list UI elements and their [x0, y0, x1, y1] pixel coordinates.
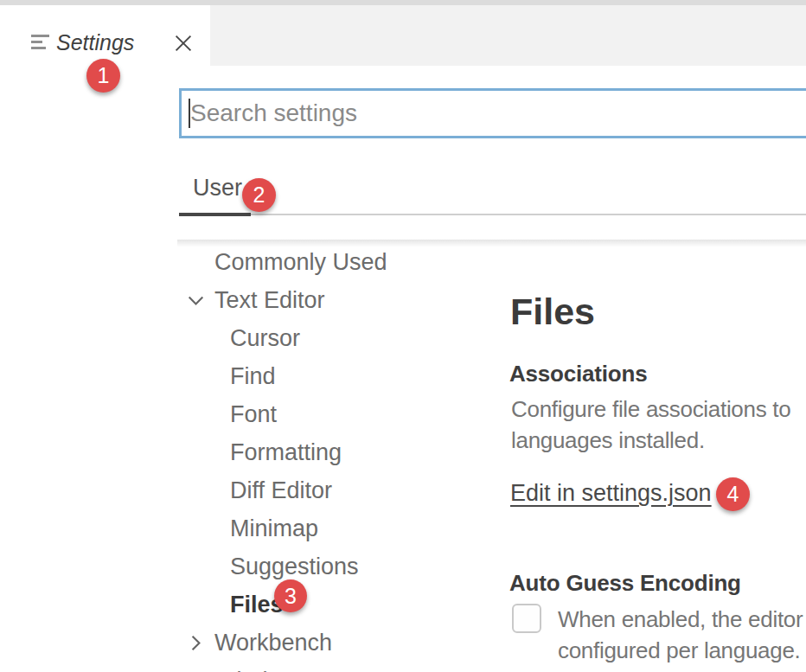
setting-description-line: When enabled, the editor [558, 606, 803, 633]
setting-heading-associations: Associations [509, 361, 647, 387]
toc-label: Diff Editor [230, 477, 332, 504]
annotation-badge-3: 3 [274, 579, 307, 612]
search-input[interactable] [182, 91, 806, 136]
tab-user[interactable]: User [193, 175, 242, 202]
toc-item-text-editor[interactable]: Text Editor [177, 281, 484, 319]
toc-label: Find [230, 363, 276, 390]
toc-label: Workbench [214, 630, 332, 656]
page-title: Files [510, 291, 595, 333]
tab-bar [210, 5, 806, 66]
setting-description-line: configured per language. [558, 637, 800, 664]
toc-item-files[interactable]: Files [177, 586, 484, 624]
settings-list-icon [31, 35, 49, 49]
close-icon[interactable] [170, 30, 196, 56]
annotation-badge-4: 4 [716, 477, 750, 511]
tab-strip-line [251, 214, 806, 215]
toc-label: Window [214, 668, 297, 672]
toc-label: Suggestions [230, 554, 359, 580]
toc-item-font[interactable]: Font [177, 395, 484, 433]
toc-label: Minimap [230, 515, 318, 542]
auto-guess-encoding-checkbox[interactable] [512, 604, 541, 633]
setting-description-line: languages installed. [511, 427, 705, 454]
tab-title: Settings [56, 30, 134, 55]
toc-item-workbench[interactable]: Workbench [177, 624, 484, 662]
active-tab-underline [179, 213, 251, 216]
toc-item-suggestions[interactable]: Suggestions [177, 547, 484, 586]
annotation-badge-2: 2 [242, 178, 276, 212]
toc-item-formatting[interactable]: Formatting [177, 433, 484, 471]
toc-label: Commonly Used [214, 249, 387, 276]
toc-item-minimap[interactable]: Minimap [177, 509, 484, 547]
toc-item-commonly-used[interactable]: Commonly Used [177, 243, 484, 281]
annotation-badge-1: 1 [86, 59, 120, 93]
toc-label: Font [230, 401, 277, 428]
chevron-right-icon[interactable] [177, 632, 214, 654]
text-cursor [189, 99, 190, 128]
toc-label: Text Editor [214, 287, 325, 314]
setting-description-line: Configure file associations to [511, 396, 790, 423]
toc-label: Formatting [230, 439, 342, 466]
settings-tab[interactable]: Settings [0, 5, 210, 66]
setting-heading-auto-guess-encoding: Auto Guess Encoding [509, 570, 741, 597]
chevron-down-icon[interactable] [177, 290, 214, 311]
toc-item-find[interactable]: Find [177, 357, 484, 395]
toc-item-cursor[interactable]: Cursor [177, 319, 484, 357]
search-box [179, 88, 806, 138]
toc-label: Cursor [230, 325, 300, 352]
toc-item-window[interactable]: Window [177, 662, 484, 672]
toc-item-diff-editor[interactable]: Diff Editor [177, 471, 484, 509]
edit-in-settings-json-link[interactable]: Edit in settings.json [510, 480, 712, 507]
